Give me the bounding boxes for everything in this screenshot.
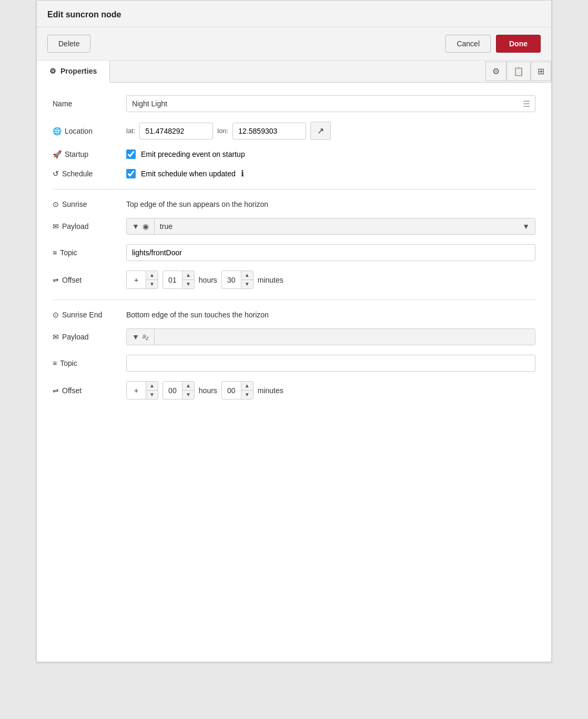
sunrise-topic-label: ≡ Topic bbox=[53, 248, 126, 257]
sunrise-payload-row: ✉ Payload ▼ ◉ true ▼ bbox=[53, 218, 535, 235]
startup-checkbox-label: Emit preceding event on startup bbox=[141, 150, 245, 158]
main-container: Edit suncron node Delete Cancel Done ⚙ P… bbox=[0, 0, 588, 719]
envelope-icon-1: ✉ bbox=[53, 222, 59, 231]
startup-icon: 🚀 bbox=[53, 150, 62, 158]
sunrise-topic-input[interactable] bbox=[126, 244, 535, 261]
toolbar: Delete Cancel Done bbox=[37, 27, 551, 61]
sunrise-offset-sign-spinner: + ▲ ▼ bbox=[126, 271, 158, 289]
hours-up[interactable]: ▲ bbox=[183, 271, 194, 280]
hours-down[interactable]: ▼ bbox=[183, 280, 194, 288]
name-input[interactable] bbox=[126, 95, 535, 112]
sunrise-minutes-label: minutes bbox=[258, 276, 283, 284]
sunrise-end-topic-label: ≡ Topic bbox=[53, 359, 126, 367]
schedule-checkbox-label: Emit schedule when updated bbox=[141, 169, 236, 178]
payload-type-selector[interactable]: ▼ ◉ bbox=[127, 218, 155, 234]
sunrise-end-hours-value: 00 bbox=[163, 383, 182, 398]
sunrise-end-payload-label: ✉ Payload bbox=[53, 333, 126, 341]
sunrise-end-payload-dropdown[interactable]: ▼ az bbox=[126, 328, 535, 345]
sunrise-offset-row: ⇌ Offset + ▲ ▼ 01 ▲ bbox=[53, 271, 535, 289]
startup-checkbox[interactable] bbox=[126, 149, 136, 159]
sunrise-payload-label: ✉ Payload bbox=[53, 222, 126, 231]
payload-type-icon: ◉ bbox=[143, 222, 149, 231]
offset-icon-1: ⇌ bbox=[53, 276, 59, 284]
lat-input[interactable] bbox=[139, 123, 213, 139]
payload-az-icon: az bbox=[143, 333, 149, 341]
divider-2 bbox=[53, 299, 535, 300]
sunrise-offset-label-text: Offset bbox=[62, 276, 82, 284]
sunrise-end-minutes-value: 00 bbox=[222, 383, 241, 398]
minutes-up[interactable]: ▲ bbox=[241, 271, 253, 280]
end-minutes-down[interactable]: ▼ bbox=[241, 391, 253, 399]
tab-grid-icon-button[interactable]: ⊞ bbox=[531, 62, 551, 81]
tab-properties[interactable]: ⚙ Properties bbox=[37, 61, 110, 83]
startup-label: 🚀 Startup bbox=[53, 150, 126, 158]
dropdown-arrow-icon: ▼ bbox=[132, 222, 139, 231]
sunrise-topic-row: ≡ Topic bbox=[53, 244, 535, 261]
done-button[interactable]: Done bbox=[496, 35, 541, 53]
end-hours-up[interactable]: ▲ bbox=[183, 382, 194, 391]
startup-row: 🚀 Startup Emit preceding event on startu… bbox=[53, 149, 535, 159]
sunrise-end-offset-sign-spinner: + ▲ ▼ bbox=[126, 381, 158, 400]
tabs-row: ⚙ Properties ⚙ 📋 ⊞ bbox=[37, 61, 551, 83]
topic-icon-2: ≡ bbox=[53, 359, 57, 367]
sunrise-end-payload-label-text: Payload bbox=[62, 333, 89, 341]
sunrise-end-topic-input[interactable] bbox=[126, 355, 535, 372]
name-row: Name ☰ bbox=[53, 95, 535, 112]
sunrise-payload-value: true bbox=[155, 218, 517, 234]
sunrise-end-offset-label-text: Offset bbox=[62, 386, 82, 395]
sunrise-end-offset-row: ⇌ Offset + ▲ ▼ 00 ▲ bbox=[53, 381, 535, 400]
sunrise-hours-spinner: 01 ▲ ▼ bbox=[163, 271, 195, 289]
end-hours-down[interactable]: ▼ bbox=[183, 391, 194, 399]
sunrise-end-offset-controls: + ▲ ▼ 00 ▲ ▼ hours bbox=[126, 381, 535, 400]
end-offset-sign-spinners: ▲ ▼ bbox=[146, 382, 158, 399]
sunrise-payload-arrow[interactable]: ▼ bbox=[517, 218, 535, 234]
info-icon[interactable]: ℹ bbox=[241, 168, 244, 178]
name-label: Name bbox=[53, 99, 126, 108]
sunrise-offset-controls: + ▲ ▼ 01 ▲ ▼ hours bbox=[126, 271, 535, 289]
startup-checkbox-row: Emit preceding event on startup bbox=[126, 149, 535, 159]
sunrise-topic-label-text: Topic bbox=[60, 248, 77, 257]
dropdown-arrow-icon-2: ▼ bbox=[132, 333, 139, 341]
globe-icon: 🌐 bbox=[53, 127, 62, 135]
sunrise-label-text: Sunrise bbox=[62, 200, 87, 208]
end-minutes-spinners: ▲ ▼ bbox=[241, 382, 253, 399]
minutes-down[interactable]: ▼ bbox=[241, 280, 253, 288]
end-minutes-up[interactable]: ▲ bbox=[241, 382, 253, 391]
tab-settings-icon-button[interactable]: ⚙ bbox=[485, 62, 506, 81]
location-row: 🌐 Location lat: lon: ↗ bbox=[53, 122, 535, 140]
sunrise-end-payload-type-selector[interactable]: ▼ az bbox=[127, 329, 155, 345]
offset-sign-spinners: ▲ ▼ bbox=[146, 271, 158, 288]
lat-label: lat: bbox=[126, 127, 135, 135]
sunrise-end-offset-label: ⇌ Offset bbox=[53, 386, 126, 395]
lon-label: lon: bbox=[217, 127, 228, 135]
schedule-row: ↺ Schedule Emit schedule when updated ℹ bbox=[53, 168, 535, 178]
sunrise-end-hours-label: hours bbox=[199, 386, 217, 395]
sunrise-payload-dropdown[interactable]: ▼ ◉ true ▼ bbox=[126, 218, 535, 235]
panel: Edit suncron node Delete Cancel Done ⚙ P… bbox=[36, 0, 552, 662]
offset-sign-down[interactable]: ▼ bbox=[146, 280, 158, 288]
end-offset-sign-down[interactable]: ▼ bbox=[146, 391, 158, 399]
sunrise-minutes-value: 30 bbox=[222, 273, 241, 287]
end-offset-sign-up[interactable]: ▲ bbox=[146, 382, 158, 391]
offset-sign-up[interactable]: ▲ bbox=[146, 271, 158, 280]
sunrise-end-minutes-spinner: 00 ▲ ▼ bbox=[221, 381, 254, 400]
delete-button[interactable]: Delete bbox=[47, 35, 90, 53]
envelope-icon-2: ✉ bbox=[53, 333, 59, 341]
tab-icons-group: ⚙ 📋 ⊞ bbox=[485, 61, 551, 82]
sunrise-hours-value: 01 bbox=[163, 273, 182, 287]
lon-input[interactable] bbox=[232, 123, 306, 139]
location-inputs: lat: lon: ↗ bbox=[126, 122, 535, 140]
panel-title: Edit suncron node bbox=[47, 10, 121, 19]
tab-doc-icon-button[interactable]: 📋 bbox=[506, 62, 531, 81]
sunrise-offset-label: ⇌ Offset bbox=[53, 276, 126, 284]
end-hours-spinners: ▲ ▼ bbox=[182, 382, 194, 399]
sunrise-description: Top edge of the sun appears on the horiz… bbox=[126, 200, 268, 208]
sunrise-minutes-spinner: 30 ▲ ▼ bbox=[221, 271, 254, 289]
schedule-checkbox[interactable] bbox=[126, 169, 136, 178]
divider-1 bbox=[53, 189, 535, 189]
cancel-button[interactable]: Cancel bbox=[445, 35, 491, 53]
sunrise-end-header-row: ⊙ Sunrise End Bottom edge of the sun tou… bbox=[53, 311, 535, 319]
location-pointer-button[interactable]: ↗ bbox=[310, 122, 331, 140]
gear-icon: ⚙ bbox=[49, 67, 56, 75]
name-label-text: Name bbox=[53, 99, 72, 108]
